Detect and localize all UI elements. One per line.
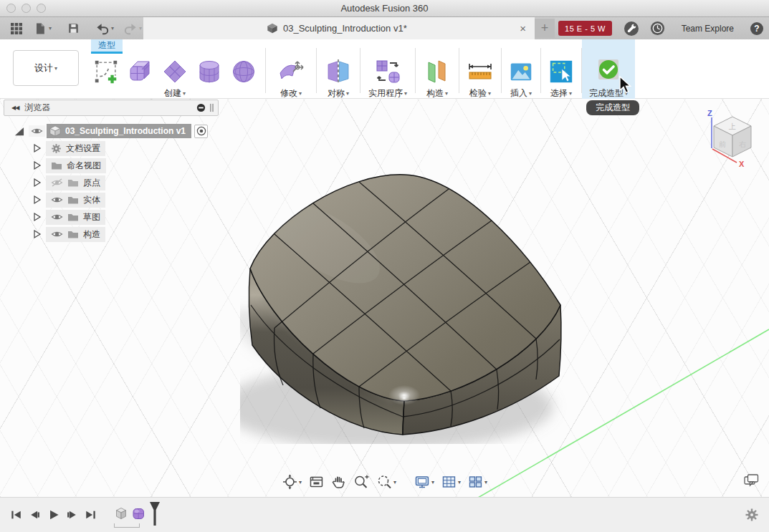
timeline-group-bracket xyxy=(114,523,140,528)
grid-settings-button[interactable] xyxy=(441,474,461,490)
display-settings-button[interactable] xyxy=(414,474,434,490)
group-inspect: 检验 xyxy=(459,39,501,99)
step-forward-button[interactable] xyxy=(66,509,78,521)
timeline-features xyxy=(113,500,161,529)
play-button[interactable] xyxy=(47,509,59,521)
inspect-button[interactable] xyxy=(463,56,497,87)
browser-row-named-views[interactable]: 命名视图 xyxy=(4,157,219,174)
z-axis-label: Z xyxy=(707,109,712,117)
browser-item-label: 草图 xyxy=(83,211,100,223)
activate-component-radio[interactable] xyxy=(194,125,208,138)
workspace-switcher[interactable]: 设计 xyxy=(13,50,79,86)
timeline-playhead[interactable] xyxy=(149,502,161,528)
fusion-window: Autodesk Fusion 360 xyxy=(0,0,769,532)
x-axis-label: X xyxy=(739,160,745,168)
insert-button[interactable] xyxy=(504,56,538,87)
create-sphere-button[interactable] xyxy=(226,56,261,87)
timeline-bar xyxy=(0,497,769,532)
plane-primitive-icon xyxy=(161,57,189,86)
browser-row-sketches[interactable]: 草图 xyxy=(4,208,219,226)
viewports-icon xyxy=(467,474,483,490)
viewports-button[interactable] xyxy=(467,474,487,490)
zoom-button[interactable] xyxy=(353,474,370,490)
file-menu-button[interactable] xyxy=(31,20,54,37)
team-explore-label[interactable]: Team Explore xyxy=(682,24,734,34)
grid-settings-icon xyxy=(441,474,457,490)
browser-row-construction[interactable]: 构造 xyxy=(4,226,219,243)
folder-icon xyxy=(67,195,79,204)
view-cube-right-label: 右 xyxy=(739,140,746,148)
browser-header[interactable]: ◀◀ 浏览器 xyxy=(4,100,219,116)
view-cube[interactable]: 上 前 右 Z X xyxy=(699,107,767,175)
root-component-chip[interactable]: 03_Sculpting_Introduction v1 xyxy=(47,124,191,138)
navigation-bar xyxy=(282,474,487,490)
visibility-eye-icon[interactable] xyxy=(51,213,63,221)
visibility-eye-icon[interactable] xyxy=(51,230,63,238)
document-tab-title: 03_Sculpting_Introduction v1* xyxy=(283,23,407,34)
utilities-button[interactable] xyxy=(371,56,405,87)
create-form-button[interactable] xyxy=(89,56,123,87)
expand-icon[interactable] xyxy=(32,195,42,205)
create-cylinder-button[interactable] xyxy=(192,56,226,87)
expand-collapse-icon[interactable] xyxy=(14,126,24,137)
browser-detach-handle[interactable] xyxy=(210,103,214,112)
browser-root-row[interactable]: 03_Sculpting_Introduction v1 xyxy=(4,122,219,140)
browser-row-bodies[interactable]: 实体 xyxy=(4,191,219,208)
fit-icon xyxy=(376,474,392,490)
expand-icon[interactable] xyxy=(32,160,42,170)
help-icon[interactable]: ? xyxy=(750,22,763,35)
visibility-eye-icon[interactable] xyxy=(29,125,45,137)
sculpt-body[interactable] xyxy=(240,165,570,444)
timeline-settings-gear-icon[interactable] xyxy=(745,508,759,522)
construct-button[interactable] xyxy=(420,56,454,87)
visibility-off-eye-icon[interactable] xyxy=(51,178,63,187)
browser-collapse-icon[interactable]: ◀◀ xyxy=(11,105,19,111)
finish-form-check-icon xyxy=(594,57,623,86)
modify-button[interactable] xyxy=(274,56,308,87)
group-symmetry: 对称 xyxy=(317,39,360,99)
app-toolbar: 03_Sculpting_Introduction v1* × + 15 E -… xyxy=(0,17,769,39)
go-to-start-button[interactable] xyxy=(10,509,22,521)
browser-tree: 03_Sculpting_Introduction v1 xyxy=(4,122,219,243)
job-status-badge[interactable]: 15 E - 5 W xyxy=(558,21,612,36)
undo-button[interactable] xyxy=(93,21,116,37)
create-box-button[interactable] xyxy=(123,56,158,87)
tab-close-icon[interactable]: × xyxy=(520,23,526,34)
fit-button[interactable] xyxy=(376,474,396,490)
timeline-feature-base[interactable] xyxy=(114,506,128,523)
job-status-icon[interactable] xyxy=(624,21,639,37)
pan-button[interactable] xyxy=(330,474,346,490)
viewport-3d[interactable]: 上 前 右 Z X ◀◀ 浏览器 xyxy=(0,99,769,497)
symmetry-button[interactable] xyxy=(321,56,355,87)
window-title: Autodesk Fusion 360 xyxy=(0,3,769,14)
recent-clock-icon[interactable] xyxy=(650,21,665,36)
folder-icon xyxy=(51,161,62,170)
zoom-icon xyxy=(353,474,370,490)
expand-icon[interactable] xyxy=(32,143,42,153)
browser-row-origin[interactable]: 原点 xyxy=(4,174,219,191)
visibility-eye-icon[interactable] xyxy=(51,195,63,204)
browser-row-document-settings[interactable]: 文档设置 xyxy=(4,140,219,157)
browser-minimize-icon[interactable] xyxy=(196,103,206,112)
step-back-button[interactable] xyxy=(29,509,41,521)
comments-icon[interactable] xyxy=(743,473,760,487)
view-cube-front-label: 前 xyxy=(719,140,726,148)
modify-icon xyxy=(277,57,305,86)
view-cube-top-label: 上 xyxy=(728,122,736,130)
document-tab[interactable]: 03_Sculpting_Introduction v1* × xyxy=(143,17,535,39)
apps-grid-button[interactable] xyxy=(7,20,26,37)
expand-icon[interactable] xyxy=(32,178,42,188)
select-button[interactable] xyxy=(544,56,578,87)
create-plane-button[interactable] xyxy=(158,56,192,87)
orbit-button[interactable] xyxy=(282,474,302,490)
look-at-button[interactable] xyxy=(308,474,324,490)
redo-button[interactable] xyxy=(121,21,144,37)
timeline-feature-form[interactable] xyxy=(131,506,145,523)
browser-item-label: 文档设置 xyxy=(66,142,100,155)
apps-grid-icon xyxy=(9,21,24,36)
expand-icon[interactable] xyxy=(32,212,42,222)
new-tab-button[interactable]: + xyxy=(535,19,555,38)
expand-icon[interactable] xyxy=(32,229,42,239)
save-button[interactable] xyxy=(65,20,82,37)
go-to-end-button[interactable] xyxy=(85,509,97,521)
